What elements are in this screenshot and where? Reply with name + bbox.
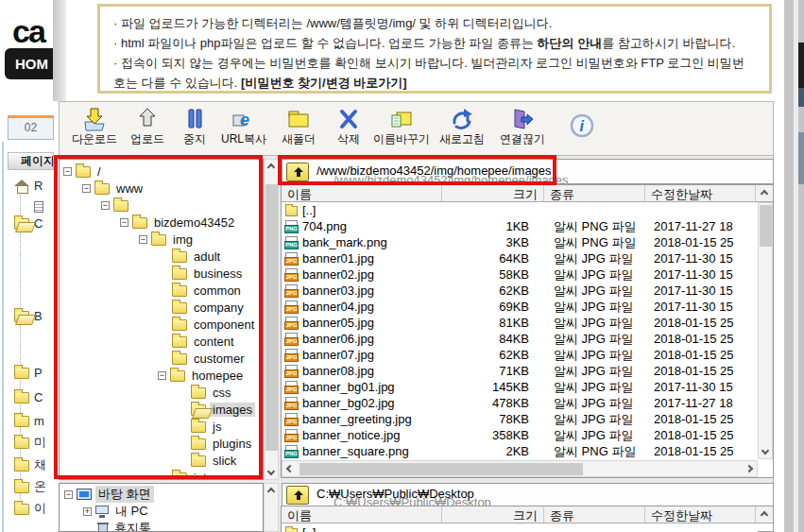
tree-node-plugins[interactable]: plugins	[60, 435, 263, 452]
upload-button[interactable]: 업로드	[122, 107, 173, 147]
delete-button[interactable]: 삭제	[326, 107, 371, 147]
home-button[interactable]: HOM	[5, 48, 54, 79]
sidebar-item[interactable]: R	[14, 178, 43, 193]
remote-list-hscrollbar[interactable]	[282, 460, 758, 477]
file-row[interactable]: banner_bg01.jpg145KB알씨 JPG 파일2017-11-30 …	[282, 379, 758, 395]
tree-node-slick[interactable]: slick	[60, 452, 263, 469]
tree-node-images[interactable]: images	[60, 401, 263, 418]
expander-icon[interactable]: −	[82, 184, 91, 193]
expander-icon[interactable]: −	[101, 201, 110, 210]
tree-node-business[interactable]: business	[60, 265, 263, 282]
file-row[interactable]: [..]	[282, 202, 758, 218]
header-scroll-up[interactable]	[756, 506, 773, 523]
remote-tree-scrollbar[interactable]	[264, 159, 279, 480]
tree-node-bizdemo43452[interactable]: −bizdemo43452	[60, 214, 263, 231]
col-name[interactable]: 이름	[282, 506, 442, 523]
tree-node-component[interactable]: component	[60, 316, 263, 333]
sidebar-item[interactable]: 이	[14, 501, 46, 516]
expander-icon[interactable]: −	[158, 371, 166, 380]
file-row[interactable]: banner_bg02.jpg478KB알씨 JPG 파일2017-11-27 …	[282, 395, 758, 411]
sidebar-item[interactable]: P	[14, 365, 43, 380]
tree-node-recyclebin[interactable]: 휴지통	[60, 520, 263, 532]
expander-icon[interactable]: −	[120, 218, 128, 227]
password-link[interactable]: [비밀번호 찾기/변경 바로가기]	[241, 76, 407, 90]
file-row[interactable]: 704.png1KB알씨 PNG 파일2017-11-27 18	[282, 218, 758, 234]
col-date[interactable]: 수정한날짜	[645, 506, 756, 523]
scroll-down-button[interactable]	[265, 465, 278, 478]
tree-node-js[interactable]: js	[60, 418, 263, 435]
tab-02[interactable]: 02	[8, 115, 54, 140]
file-row[interactable]: banner06.jpg84KB알씨 JPG 파일2018-01-15 25	[282, 331, 758, 347]
scroll-right-button[interactable]	[743, 462, 756, 475]
scroll-thumb[interactable]	[760, 205, 772, 247]
tree-node-common[interactable]: common	[60, 282, 263, 299]
remote-path-bar[interactable]: /www/bizdemo43452/img/homepee/images /ww…	[282, 159, 774, 184]
sidebar-item[interactable]: 온	[14, 479, 46, 494]
browser-scrollbar-thumb[interactable]	[798, 43, 804, 88]
expander-icon[interactable]: −	[139, 235, 147, 244]
col-type[interactable]: 종류	[544, 185, 645, 201]
sidebar-item[interactable]	[34, 199, 48, 215]
file-row[interactable]: banner01.jpg64KB알씨 JPG 파일2017-11-30 15	[282, 250, 758, 266]
scroll-up-button[interactable]	[265, 485, 278, 498]
col-size[interactable]: 크기	[442, 506, 544, 523]
tree-node-adult[interactable]: adult	[60, 248, 263, 265]
sidebar-item[interactable]: C	[14, 215, 43, 231]
file-row[interactable]: bank_mark.png3KB알씨 PNG 파일2018-01-15 25	[282, 234, 758, 250]
expander-icon[interactable]: −	[64, 490, 73, 499]
scroll-down-button[interactable]	[759, 444, 772, 457]
col-size[interactable]: 크기	[442, 185, 544, 201]
sidebar-item[interactable]: 채	[14, 457, 46, 472]
sidebar-item[interactable]: 미	[14, 435, 46, 450]
tree-node-img[interactable]: −img	[60, 231, 263, 248]
tree-node-css[interactable]: css	[60, 384, 263, 401]
scroll-up-button[interactable]	[265, 161, 278, 174]
url-copy-button[interactable]: e URL복사	[216, 107, 271, 147]
tree-node-homepee[interactable]: −homepee	[60, 367, 263, 384]
remote-list-vscrollbar[interactable]	[758, 202, 773, 459]
refresh-button[interactable]: 새로고침	[432, 107, 492, 147]
tree-node-desktop[interactable]: − 바탕 화면	[60, 486, 263, 503]
scroll-thumb[interactable]	[265, 184, 278, 451]
expander-icon[interactable]: −	[63, 167, 72, 176]
tree-node-customer[interactable]: customer	[60, 350, 263, 367]
sidebar-item[interactable]: C	[14, 389, 43, 404]
col-name[interactable]: 이름	[282, 185, 442, 201]
disconnect-button[interactable]: 연결끊기	[492, 107, 553, 147]
tree-node-company[interactable]: company	[60, 299, 263, 316]
local-path-bar[interactable]: C:₩Users₩Public₩Desktop C:₩Users₩Public₩…	[282, 483, 774, 506]
tree-node-unnamed[interactable]: −	[60, 197, 263, 214]
file-row[interactable]: banner04.jpg69KB알씨 JPG 파일2017-11-30 15	[282, 299, 758, 315]
folder-up-button[interactable]	[286, 486, 309, 505]
file-row[interactable]: [..]	[282, 524, 758, 532]
stop-button[interactable]: 중지	[173, 107, 216, 147]
tree-node-content[interactable]: content	[60, 333, 263, 350]
sidebar-item[interactable]: B	[14, 308, 43, 323]
col-date[interactable]: 수정한날짜	[645, 185, 756, 201]
info-button[interactable]: i	[568, 112, 596, 144]
scroll-thumb[interactable]	[299, 463, 583, 475]
file-row[interactable]: banner08.jpg71KB알씨 JPG 파일2018-01-15 25	[282, 363, 758, 379]
file-row[interactable]: banner05.jpg81KB알씨 JPG 파일2018-01-15 25	[282, 315, 758, 331]
col-type[interactable]: 종류	[544, 506, 645, 523]
file-row[interactable]: banner_notice.jpg358KB알씨 JPG 파일2018-01-1…	[282, 427, 758, 443]
tree-node-/[interactable]: −/	[60, 163, 263, 180]
file-row[interactable]: banner07.jpg62KB알씨 JPG 파일2018-01-15 25	[282, 347, 758, 363]
browser-scrollbar[interactable]	[798, 0, 804, 532]
rename-button[interactable]: 이름바꾸기	[371, 107, 432, 147]
tree-node-intro[interactable]: intro	[60, 469, 263, 480]
file-row[interactable]: banner_greeting.jpg78KB알씨 JPG 파일2018-01-…	[282, 411, 758, 427]
new-folder-button[interactable]: 새폴더	[271, 107, 326, 147]
expander-icon[interactable]: +	[83, 507, 92, 516]
header-scroll-up[interactable]	[756, 185, 773, 201]
file-row[interactable]: banner02.jpg58KB알씨 JPG 파일2017-11-30 15	[282, 266, 758, 283]
local-tree-scrollbar[interactable]	[264, 483, 279, 532]
scroll-left-button[interactable]	[283, 462, 297, 475]
tree-node-www[interactable]: −www	[60, 180, 263, 197]
folder-up-button[interactable]	[286, 163, 309, 181]
browser-scrollbar-track[interactable]	[784, 0, 794, 532]
download-button[interactable]: 다운로드	[67, 107, 122, 147]
file-row[interactable]: banner03.jpg62KB알씨 JPG 파일2017-11-30 15	[282, 283, 758, 299]
file-row[interactable]: banner_square.png2KB알씨 PNG 파일2018-01-15 …	[282, 443, 758, 459]
tree-node-mypc[interactable]: + 내 PC	[60, 503, 263, 520]
